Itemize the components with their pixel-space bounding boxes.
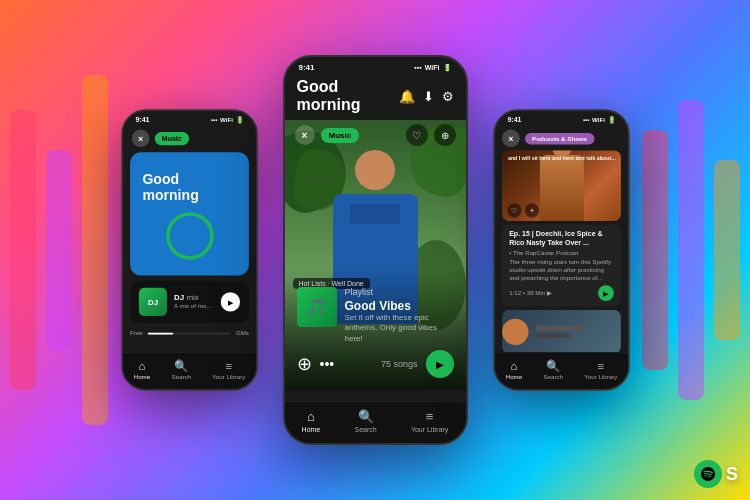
playlist-title: Good Vibes: [345, 299, 454, 313]
phone-right: 9:41 ▪▪▪ WiFi 🔋 × Podcasts & Shows and I…: [493, 109, 629, 391]
right-signal-icon: ▪▪▪: [582, 117, 589, 123]
left-nav-search[interactable]: 🔍 Search: [171, 359, 191, 380]
bar-4: [642, 130, 668, 370]
bar-1: [10, 110, 36, 390]
center-overlay-icons: ♡ ⊕: [406, 124, 456, 146]
battery-icon: 🔋: [235, 117, 243, 124]
left-play-button[interactable]: ▶: [220, 292, 239, 311]
left-status-bar: 9:41 ▪▪▪ WiFi 🔋: [123, 111, 256, 126]
bell-icon[interactable]: 🔔: [399, 89, 415, 104]
right-time: 9:41: [507, 116, 521, 124]
center-library-label: Your Library: [411, 426, 449, 433]
episode-stats: 1:12 • 38 Min ▶: [509, 290, 551, 297]
add-playlist-icon[interactable]: ⊕: [297, 353, 312, 375]
overlay-heart-icon[interactable]: ♡: [406, 124, 428, 146]
left-progress-row: Free GMs: [123, 328, 256, 338]
spotify-branding: S: [694, 460, 738, 488]
center-signal-icon: ▪▪▪: [414, 64, 421, 71]
right-podcast-badge[interactable]: Podcasts & Shows: [524, 133, 593, 144]
center-wifi-icon: WiFi: [425, 64, 440, 71]
episode-play-button[interactable]: ▶: [598, 285, 614, 301]
left-time: 9:41: [135, 116, 149, 124]
dj-avatar: DJ: [138, 288, 166, 316]
center-header: Good morning 🔔 ⬇ ⚙: [285, 74, 466, 120]
left-progress-fill: [148, 332, 173, 334]
right-more-icon[interactable]: +: [524, 203, 538, 217]
center-play-button[interactable]: ▶: [426, 350, 454, 378]
right-video-card-2[interactable]: [502, 310, 621, 354]
download-icon[interactable]: ⬇: [423, 89, 434, 104]
bar-5: [678, 100, 704, 400]
episode-content: Ep. 15 | Doechii, Ice Spice & Rico Nasty…: [502, 224, 621, 306]
left-music-badge[interactable]: Music: [154, 132, 188, 145]
center-header-icons: 🔔 ⬇ ⚙: [399, 89, 454, 104]
right-nav-home[interactable]: ⌂ Home: [505, 359, 521, 380]
episode-desc: The three rising stars turn this Spotify…: [509, 258, 614, 282]
shirt-detail: [350, 204, 400, 224]
bg-bars-right: [642, 0, 740, 500]
bg-bars-left: [10, 0, 108, 500]
gear-icon[interactable]: ⚙: [442, 89, 454, 104]
right-bottom-nav: ⌂ Home 🔍 Search ≡ Your Library: [495, 352, 628, 389]
left-main-card: Good morning: [130, 152, 249, 275]
right-heart-icon[interactable]: ♡: [507, 203, 521, 217]
right-close-button[interactable]: ×: [502, 129, 520, 147]
center-content-area: × Music ♡ ⊕ Hot Lists · Well Done: [285, 120, 466, 390]
center-card-info: Playlist Good Vibes Set it off with thes…: [345, 287, 454, 344]
playlist-desc: Set it off with these epic anthems. Only…: [345, 313, 454, 344]
right-nav-library[interactable]: ≡ Your Library: [584, 359, 617, 380]
right-wifi-icon: WiFi: [592, 117, 605, 123]
left-nav-home[interactable]: ⌂ Home: [133, 359, 149, 380]
center-greeting: Good morning: [297, 78, 399, 114]
left-nav-library[interactable]: ≡ Your Library: [212, 359, 245, 380]
left-status-icons: ▪▪▪ WiFi 🔋: [210, 117, 243, 124]
center-nav-library[interactable]: ≡ Your Library: [411, 409, 449, 433]
right-library-icon: ≡: [597, 359, 604, 372]
center-home-icon: ⌂: [307, 409, 315, 424]
center-card-actions: ⊕ ••• 75 songs ▶: [297, 350, 454, 378]
phone-left: 9:41 ▪▪▪ WiFi 🔋 × Music Good morning DJ …: [121, 109, 257, 391]
search-icon: 🔍: [174, 359, 188, 372]
dj-card[interactable]: DJ DJ mix A mix of moments go to, did No…: [130, 281, 249, 323]
dj-title: DJ mix: [174, 294, 214, 303]
center-status-icons: ▪▪▪ WiFi 🔋: [414, 64, 451, 72]
dj-info: DJ mix A mix of moments go to, did Novi …: [174, 294, 214, 311]
wifi-icon: WiFi: [220, 117, 233, 123]
song-count: 75 songs: [381, 359, 418, 369]
playlist-type: Playlist: [345, 287, 454, 297]
phones-container: 9:41 ▪▪▪ WiFi 🔋 × Music Good morning DJ …: [112, 55, 639, 445]
right-battery-icon: 🔋: [607, 117, 615, 124]
center-card-overlay: 🎵 Playlist Good Vibes Set it off with th…: [285, 267, 466, 390]
left-close-button[interactable]: ×: [131, 129, 149, 147]
signal-icon: ▪▪▪: [210, 117, 217, 123]
overlay-more-icon[interactable]: ⊕: [434, 124, 456, 146]
center-bottom-nav: ⌂ Home 🔍 Search ≡ Your Library: [285, 401, 466, 443]
right-status-icons: ▪▪▪ WiFi 🔋: [582, 117, 615, 124]
center-close-button[interactable]: ×: [295, 125, 315, 145]
right-library-label: Your Library: [584, 374, 617, 380]
center-music-badge[interactable]: Music: [321, 128, 360, 143]
center-status-bar: 9:41 ▪▪▪ WiFi 🔋: [285, 57, 466, 74]
video-sub-placeholder: [535, 334, 569, 338]
right-episode-card[interactable]: Ep. 15 | Doechii, Ice Spice & Rico Nasty…: [502, 224, 621, 306]
home-label: Home: [133, 374, 149, 380]
library-icon: ≡: [225, 359, 232, 372]
episode-show: • The RapCaviar Podcast: [509, 250, 614, 256]
more-playlist-icon[interactable]: •••: [320, 356, 335, 372]
playlist-thumbnail: 🎵: [297, 287, 337, 327]
person-head: [355, 150, 395, 190]
episode-meta: 1:12 • 38 Min ▶ ▶: [509, 285, 614, 301]
left-progress-bar[interactable]: [148, 332, 231, 334]
right-nav-search[interactable]: 🔍 Search: [543, 359, 563, 380]
right-search-label: Search: [543, 374, 563, 380]
left-time-end: GMs: [235, 330, 248, 336]
center-nav-search[interactable]: 🔍 Search: [354, 409, 376, 433]
center-library-icon: ≡: [426, 409, 434, 424]
dj-description: A mix of moments go to, did Novi May and…: [174, 302, 214, 310]
episode-title: Ep. 15 | Doechii, Ice Spice & Rico Nasty…: [509, 230, 614, 248]
right-main-video[interactable]: and I will sit here and here and talk ab…: [502, 151, 621, 221]
center-search-label: Search: [354, 426, 376, 433]
right-search-icon: 🔍: [546, 359, 560, 372]
center-nav-home[interactable]: ⌂ Home: [302, 409, 321, 433]
left-bottom-nav: ⌂ Home 🔍 Search ≡ Your Library: [123, 352, 256, 389]
